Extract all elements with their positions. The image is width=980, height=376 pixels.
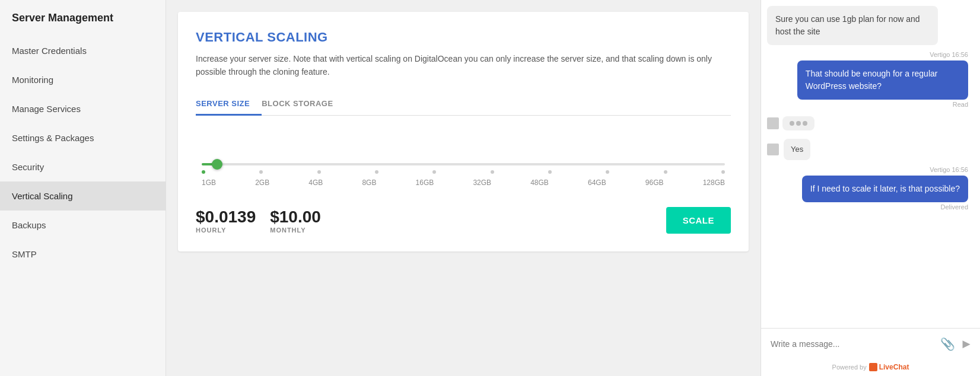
slider-dot-group-96GB (664, 170, 667, 176)
slider-label-32GB: 32GB (473, 179, 491, 187)
attachment-icon[interactable]: 📎 (940, 337, 955, 351)
page-description: Increase your server size. Note that wit… (196, 52, 731, 79)
scale-button[interactable]: SCALE (666, 207, 731, 234)
slider-dot-2GB (259, 170, 263, 174)
chat-messages: Sure you can use 1gb plan for now and ho… (761, 0, 980, 328)
slider-dots (196, 170, 731, 176)
slider-label-48GB: 48GB (530, 179, 549, 187)
hourly-price-value: $0.0139 (196, 208, 256, 227)
hourly-price-block: $0.0139 HOURLY (196, 208, 256, 234)
slider-label-96GB: 96GB (645, 179, 664, 187)
typing-indicator (767, 114, 814, 133)
monthly-price-label: MONTHLY (270, 227, 321, 234)
slider-label-4GB: 4GB (308, 179, 323, 187)
powered-by-text: Powered by (832, 364, 867, 371)
slider-label-8GB: 8GB (362, 179, 376, 187)
sidebar-item-manage-services[interactable]: Manage Services (0, 94, 166, 123)
chat-input-area: 📎 ► (761, 328, 980, 359)
slider-dot-48GB (548, 170, 552, 174)
slider-dot-96GB (664, 170, 667, 174)
message-bubble-incoming-small: Yes (784, 139, 810, 160)
pricing-section: $0.0139 HOURLY $10.00 MONTHLY SCALE (196, 207, 731, 234)
slider-dot-group-8GB (375, 170, 378, 176)
slider-labels: 1GB2GB4GB8GB16GB32GB48GB64GB96GB128GB (196, 179, 731, 187)
typing-avatar (767, 117, 779, 129)
slider-dot-group-16GB (432, 170, 436, 176)
message-bubble-incoming: Sure you can use 1gb plan for now and ho… (767, 6, 938, 45)
sidebar: Server Management Master CredentialsMoni… (0, 0, 166, 376)
slider-dot-4GB (317, 170, 321, 174)
message-meta: Vertigo 16:56 (930, 51, 968, 58)
livechat-icon (869, 363, 877, 371)
typing-dots (782, 116, 814, 130)
typing-dot (790, 121, 794, 126)
slider-dot-group-128GB (721, 170, 725, 176)
slider-dot-group-64GB (606, 170, 609, 176)
app-title: Server Management (0, 12, 166, 36)
slider-track[interactable] (202, 163, 725, 165)
slider-label-2GB: 2GB (255, 179, 269, 187)
main-content: VERTICAL SCALING Increase your server si… (166, 0, 761, 376)
sidebar-item-settings-packages[interactable]: Settings & Packages (0, 123, 166, 152)
slider-label-16GB: 16GB (416, 179, 434, 187)
page-title: VERTICAL SCALING (196, 30, 731, 45)
sidebar-item-security[interactable]: Security (0, 152, 166, 181)
chat-powered-by: Powered by LiveChat (761, 359, 980, 376)
size-slider-container: 1GB2GB4GB8GB16GB32GB48GB64GB96GB128GB (196, 133, 731, 193)
message-status: Delivered (941, 203, 968, 211)
tab-server-size[interactable]: SERVER SIZE (196, 93, 262, 116)
slider-dot-64GB (606, 170, 609, 174)
message-row: Vertigo 16:56That should be enough for a… (767, 51, 968, 108)
slider-dot-group-4GB (317, 170, 321, 176)
message-bubble-outgoing: That should be enough for a regular Word… (797, 60, 968, 100)
monthly-price-value: $10.00 (270, 208, 321, 227)
slider-dot-1GB (202, 170, 205, 174)
monthly-price-block: $10.00 MONTHLY (270, 208, 321, 234)
message-status: Read (953, 101, 968, 108)
hourly-price-label: HOURLY (196, 227, 256, 234)
user-avatar (767, 144, 779, 155)
sidebar-item-master-credentials[interactable]: Master Credentials (0, 36, 166, 65)
livechat-logo: LiveChat (869, 363, 909, 371)
message-row: Vertigo 16:56If I need to scale it later… (767, 166, 968, 211)
slider-label-1GB: 1GB (202, 179, 216, 187)
content-card: VERTICAL SCALING Increase your server si… (178, 12, 749, 251)
chat-panel: Sure you can use 1gb plan for now and ho… (761, 0, 980, 376)
sidebar-item-vertical-scaling[interactable]: Vertical Scaling (0, 181, 166, 211)
typing-dot (803, 121, 807, 126)
chat-input[interactable] (768, 334, 936, 353)
message-row: Sure you can use 1gb plan for now and ho… (767, 6, 968, 45)
slider-dot-group-2GB (259, 170, 263, 176)
chat-input-row: 📎 ► (768, 334, 973, 353)
slider-dot-8GB (375, 170, 378, 174)
sidebar-nav: Master CredentialsMonitoringManage Servi… (0, 36, 166, 269)
sidebar-item-backups[interactable]: Backups (0, 211, 166, 240)
message-bubble-outgoing: If I need to scale it later, is that pos… (802, 176, 968, 202)
slider-thumb[interactable] (212, 159, 222, 170)
slider-dot-128GB (721, 170, 725, 174)
livechat-label: LiveChat (879, 363, 909, 371)
slider-dot-group-1GB (202, 170, 205, 176)
tab-block-storage[interactable]: BLOCK STORAGE (262, 93, 345, 116)
slider-label-64GB: 64GB (588, 179, 606, 187)
slider-label-128GB: 128GB (703, 179, 725, 187)
slider-dot-group-48GB (548, 170, 552, 176)
message-row: Yes (767, 139, 968, 160)
tab-bar: SERVER SIZE BLOCK STORAGE (196, 93, 731, 116)
message-meta: Vertigo 16:56 (930, 166, 968, 173)
slider-dot-16GB (432, 170, 436, 174)
send-button[interactable]: ► (960, 336, 973, 352)
slider-dot-32GB (491, 170, 494, 174)
typing-indicator-row (767, 114, 968, 133)
slider-dot-group-32GB (491, 170, 494, 176)
sidebar-item-monitoring[interactable]: Monitoring (0, 65, 166, 94)
typing-dot (796, 121, 801, 126)
sidebar-item-smtp[interactable]: SMTP (0, 240, 166, 269)
